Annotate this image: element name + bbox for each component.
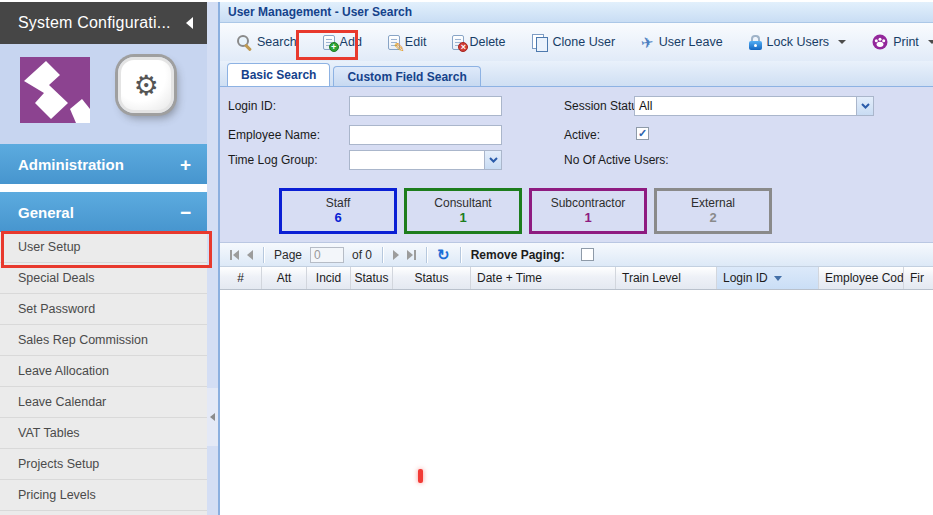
toolbar-separator	[426, 247, 427, 263]
tab-custom-field-search[interactable]: Custom Field Search	[333, 66, 480, 86]
last-page-button[interactable]	[407, 247, 416, 263]
lock-users-icon	[749, 35, 762, 50]
sidebar-logo-area: ⚙	[0, 44, 207, 144]
sidebar-item-pricing-levels[interactable]: Pricing Levels	[0, 480, 207, 511]
clone-user-button[interactable]: Clone User	[525, 30, 623, 54]
category-count: 1	[459, 210, 466, 226]
column-header-login-id[interactable]: Login ID	[717, 267, 819, 289]
print-icon	[872, 34, 888, 50]
column-header-incid[interactable]: Incid	[307, 267, 351, 289]
active-label: Active:	[564, 125, 600, 145]
column-header-[interactable]: #	[220, 267, 262, 289]
plus-icon[interactable]: +	[180, 155, 191, 174]
category-label: Consultant	[434, 196, 491, 210]
sidebar-item-set-password[interactable]: Set Password	[0, 294, 207, 325]
search-icon	[236, 34, 252, 50]
delete-icon: ×	[452, 35, 464, 50]
collapse-left-icon[interactable]	[186, 17, 193, 29]
toolbar-separator	[382, 247, 383, 263]
toolbar: Search+Add✎Edit×DeleteClone User✈User Le…	[220, 23, 933, 61]
column-label: Employee Code	[825, 271, 904, 285]
column-label: Train Level	[622, 271, 681, 285]
edit-button[interactable]: ✎Edit	[381, 31, 434, 54]
no-of-active-users-label: No Of Active Users:	[564, 150, 669, 170]
column-header-date-time[interactable]: Date + Time	[471, 267, 616, 289]
grid-body[interactable]	[220, 290, 933, 515]
column-header-employee-code[interactable]: Employee Code	[819, 267, 904, 289]
category-label: Subcontractor	[551, 196, 626, 210]
sort-desc-icon	[774, 276, 782, 281]
lock-users-button[interactable]: Lock Users	[742, 31, 854, 54]
search-button[interactable]: Search	[229, 30, 304, 54]
sidebar-section-administration[interactable]: Administration +	[0, 144, 207, 184]
category-row: Staff6Consultant1Subcontractor1External2	[220, 180, 933, 243]
chevron-down-icon[interactable]	[484, 151, 501, 169]
tab-basic-search[interactable]: Basic Search	[227, 63, 330, 86]
sidebar-item-user-setup[interactable]: User Setup	[0, 232, 207, 263]
next-page-button[interactable]	[393, 247, 399, 263]
column-label: Incid	[316, 271, 341, 285]
sidebar-item-vat-tables[interactable]: VAT Tables	[0, 418, 207, 449]
employee-name-input[interactable]	[349, 125, 502, 145]
user-leave-button[interactable]: ✈User Leave	[634, 31, 730, 54]
refresh-icon[interactable]: ↻	[437, 247, 450, 263]
chevron-down-icon[interactable]	[856, 97, 873, 115]
column-header-fir[interactable]: Fir	[904, 267, 933, 289]
button-label: Print	[893, 35, 919, 49]
button-label: Search	[257, 35, 297, 49]
column-header-train-level[interactable]: Train Level	[616, 267, 717, 289]
column-header-status-2[interactable]: Status	[393, 267, 471, 289]
remove-paging-label: Remove Paging:	[471, 248, 565, 262]
sidebar-item-leave-allocation[interactable]: Leave Allocation	[0, 356, 207, 387]
login-id-input[interactable]	[349, 96, 502, 116]
sidebar-item-sales-rep-commission[interactable]: Sales Rep Commission	[0, 325, 207, 356]
print-button[interactable]: Print	[865, 30, 933, 54]
button-label: Edit	[405, 35, 427, 49]
column-header-att[interactable]: Att	[262, 267, 307, 289]
category-box-consultant[interactable]: Consultant1	[404, 188, 522, 234]
sidebar-menu: User SetupSpecial DealsSet PasswordSales…	[0, 232, 207, 515]
column-label: Status	[414, 271, 448, 285]
time-log-group-label: Time Log Group:	[228, 150, 318, 170]
first-page-button[interactable]	[230, 247, 239, 263]
edit-icon: ✎	[388, 35, 400, 50]
category-count: 6	[334, 210, 341, 226]
column-label: Login ID	[723, 271, 768, 285]
page-label: Page	[274, 248, 302, 262]
dropdown-caret-icon[interactable]	[838, 40, 846, 44]
column-label: Status	[354, 271, 388, 285]
add-button[interactable]: +Add	[316, 31, 369, 54]
active-checkbox[interactable]: ✓	[636, 127, 649, 140]
category-count: 2	[709, 210, 716, 226]
button-label: User Leave	[659, 35, 723, 49]
remove-paging-checkbox[interactable]	[581, 248, 594, 261]
column-header-status[interactable]: Status	[351, 267, 393, 289]
category-box-external[interactable]: External2	[654, 188, 772, 234]
settings-logo: ⚙	[118, 57, 174, 113]
delete-button[interactable]: ×Delete	[445, 31, 512, 54]
session-status-combo[interactable]: All	[634, 96, 874, 116]
category-box-subcontractor[interactable]: Subcontractor1	[529, 188, 647, 234]
sidebar-item-leave-calendar[interactable]: Leave Calendar	[0, 387, 207, 418]
time-log-group-combo[interactable]	[349, 150, 502, 170]
minus-icon[interactable]: −	[180, 203, 191, 222]
button-label: Delete	[469, 35, 505, 49]
page-number-input[interactable]	[310, 247, 344, 263]
category-box-staff[interactable]: Staff6	[279, 188, 397, 234]
combo-value: All	[635, 99, 856, 113]
column-label: Att	[277, 271, 292, 285]
dropdown-caret-icon[interactable]	[928, 40, 933, 44]
panel-splitter[interactable]	[207, 2, 218, 515]
prev-page-button[interactable]	[247, 247, 253, 263]
column-label: Date + Time	[477, 271, 542, 285]
sidebar-section-general[interactable]: General −	[0, 192, 207, 232]
button-label: Clone User	[553, 35, 616, 49]
red-cursor-mark	[418, 469, 423, 483]
sidebar-item-special-deals[interactable]: Special Deals	[0, 263, 207, 294]
paging-toolbar: Page of 0 ↻ Remove Paging:	[220, 243, 933, 267]
sidebar-item-projects-setup[interactable]: Projects Setup	[0, 449, 207, 480]
employee-name-label: Employee Name:	[228, 125, 320, 145]
splitter-handle[interactable]	[207, 388, 218, 446]
brand-logo	[20, 57, 90, 123]
user-leave-icon: ✈	[640, 34, 655, 51]
